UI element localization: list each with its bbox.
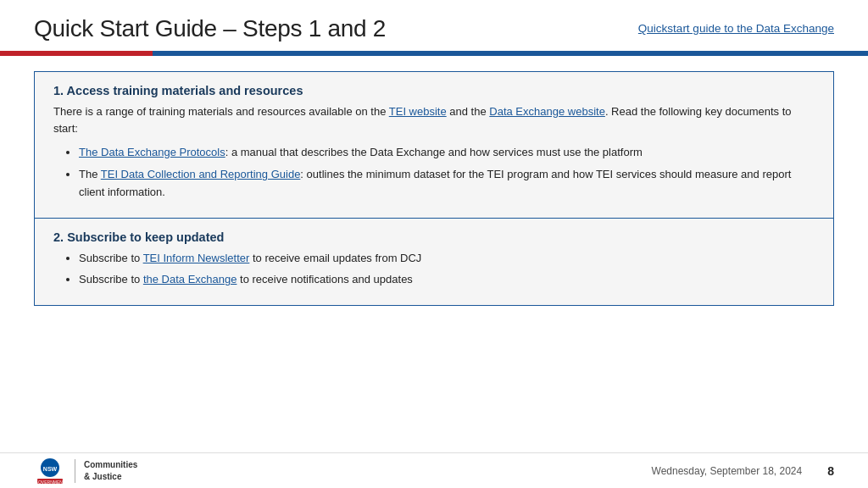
section-1-title: Access training materials and resources <box>67 84 303 97</box>
color-bar-blue <box>153 51 868 56</box>
dex-protocols-link[interactable]: The Data Exchange Protocols <box>79 146 225 158</box>
svg-text:NSW: NSW <box>43 466 58 472</box>
bullet-2: The TEI Data Collection and Reporting Gu… <box>79 166 815 202</box>
footer-org-line1: Communities <box>84 459 137 471</box>
section-2-number: 2. <box>53 230 64 244</box>
page-title: Quick Start Guide – Steps 1 and 2 <box>34 15 386 42</box>
section-2-bullet-1: Subscribe to TEI Inform Newsletter to re… <box>79 250 815 268</box>
svg-text:GOVERNMENT: GOVERNMENT <box>35 479 65 484</box>
footer-org-text: Communities & Justice <box>75 459 137 483</box>
dex-website-link[interactable]: Data Exchange website <box>489 105 605 118</box>
footer-date: Wednesday, September 18, 2024 <box>652 465 803 477</box>
section-1: 1. Access training materials and resourc… <box>35 72 833 218</box>
footer-right: Wednesday, September 18, 2024 8 <box>652 464 834 478</box>
footer: NSW GOVERNMENT Communities & Justice Wed… <box>0 452 868 488</box>
bullet-1: The Data Exchange Protocols: a manual th… <box>79 144 815 162</box>
dex-subscribe-link[interactable]: the Data Exchange <box>143 273 237 286</box>
tei-newsletter-link[interactable]: TEI Inform Newsletter <box>143 252 250 264</box>
section-1-intro: There is a range of training materials a… <box>53 103 815 137</box>
tei-website-link[interactable]: TEI website <box>389 105 447 118</box>
section-1-number: 1. <box>53 84 64 97</box>
section-2-bullets: Subscribe to TEI Inform Newsletter to re… <box>53 250 815 290</box>
tei-guide-link[interactable]: TEI Data Collection and Reporting Guide <box>101 168 301 180</box>
section-2: 2. Subscribe to keep updated Subscribe t… <box>35 218 833 306</box>
content-box: 1. Access training materials and resourc… <box>34 71 834 306</box>
color-bar-red <box>0 51 153 56</box>
header: Quick Start Guide – Steps 1 and 2 Quicks… <box>0 0 868 42</box>
section-2-heading: 2. Subscribe to keep updated <box>53 230 815 244</box>
section-1-bullets: The Data Exchange Protocols: a manual th… <box>53 144 815 201</box>
section-2-title: Subscribe to keep updated <box>67 230 224 244</box>
nsw-logo-icon: NSW GOVERNMENT <box>34 455 66 487</box>
footer-logo-area: NSW GOVERNMENT Communities & Justice <box>34 455 137 487</box>
quickstart-link[interactable]: Quickstart guide to the Data Exchange <box>638 15 834 35</box>
section-2-bullet-2: Subscribe to the Data Exchange to receiv… <box>79 271 815 289</box>
footer-org-line2: & Justice <box>84 471 137 483</box>
color-bar <box>0 51 868 56</box>
footer-page-number: 8 <box>827 464 834 478</box>
section-1-heading: 1. Access training materials and resourc… <box>53 84 815 97</box>
